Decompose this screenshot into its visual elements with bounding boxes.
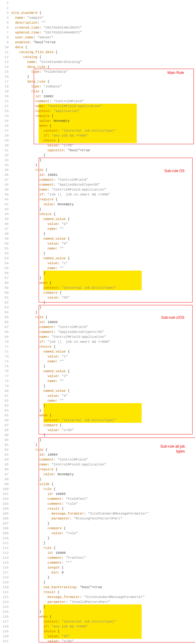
line-number: 14 bbox=[0, 64, 9, 69]
code-line: id: 10002 bbox=[11, 94, 195, 99]
line-number: 38 bbox=[0, 182, 9, 187]
line-number: 123 bbox=[0, 600, 9, 604]
code-line: context: "{external Job.EntityType}" bbox=[11, 128, 195, 133]
line-number: 86 bbox=[0, 418, 9, 423]
line-number: 117 bbox=[0, 570, 9, 575]
line-number: 106 bbox=[0, 516, 9, 521]
code-line: comment: "ControlMField" bbox=[11, 457, 195, 462]
line-number: 55 bbox=[0, 266, 9, 271]
code-line: } bbox=[11, 433, 195, 438]
code-line: } bbox=[11, 384, 195, 388]
code-line: parameter: "InvalidPatternPart" bbox=[11, 600, 195, 604]
line-number: 71 bbox=[0, 344, 9, 349]
code-line: id: 10004 bbox=[11, 452, 195, 457]
code-line: } bbox=[11, 310, 195, 315]
code-line: value: "1" bbox=[11, 354, 195, 359]
line-number: 40 bbox=[0, 192, 9, 197]
code-line: min: 0 bbox=[11, 570, 195, 575]
code-line: } bbox=[11, 305, 195, 310]
line-number: 42 bbox=[0, 202, 9, 207]
code-line: } bbox=[11, 74, 195, 79]
code-line: value: Nonempty bbox=[11, 472, 195, 477]
line-number: 99 bbox=[0, 482, 9, 487]
line-number: 109 bbox=[0, 531, 9, 536]
code-line: named_value { bbox=[11, 217, 195, 222]
code-line: named_value { bbox=[11, 388, 195, 393]
line-number: 96 bbox=[0, 467, 9, 472]
line-number: 47 bbox=[0, 226, 9, 231]
line-number: 115 bbox=[0, 560, 9, 565]
line-number-gutter: 1234567891011121314151617181920212223242… bbox=[0, 0, 11, 644]
line-number: 93 bbox=[0, 452, 9, 457]
line-number: 44 bbox=[0, 212, 9, 217]
code-line: description: "" bbox=[11, 20, 195, 25]
line-number: 37 bbox=[0, 177, 9, 182]
line-number: 11 bbox=[0, 50, 9, 55]
line-number: 41 bbox=[0, 197, 9, 202]
line-number: 23 bbox=[0, 109, 9, 114]
code-line: } bbox=[11, 163, 195, 168]
code-line: name: "" bbox=[11, 246, 195, 251]
line-number: 118 bbox=[0, 575, 9, 580]
code-line: } bbox=[11, 580, 195, 585]
line-number: 124 bbox=[0, 604, 9, 609]
line-number: 64 bbox=[0, 310, 9, 315]
line-number: 18 bbox=[0, 84, 9, 89]
code-line: } bbox=[11, 604, 195, 609]
code-line: choice { bbox=[11, 344, 195, 349]
line-number: 22 bbox=[0, 104, 9, 109]
code-line: user_name: "emuser" bbox=[11, 35, 195, 40]
code-line: name: "sample" bbox=[11, 15, 195, 20]
code-line: value: Nonempty bbox=[11, 118, 195, 123]
code-line: name: "ControlMField:application" bbox=[11, 334, 195, 339]
code-line: value: "z/OS" bbox=[11, 143, 195, 148]
line-number: 56 bbox=[0, 271, 9, 276]
line-number: 85 bbox=[0, 413, 9, 418]
line-number: 112 bbox=[0, 546, 9, 550]
line-number: 34 bbox=[0, 163, 9, 168]
line-number: 69 bbox=[0, 334, 9, 339]
code-line: require { bbox=[11, 467, 195, 472]
code-line: when { bbox=[11, 614, 195, 619]
line-number: 80 bbox=[0, 388, 9, 393]
code-line: name: "ControlMField:application" bbox=[11, 187, 195, 192]
code-line: compare { bbox=[11, 423, 195, 428]
code-line: type: "JobData" bbox=[11, 84, 195, 89]
code-line: value: Nonempty bbox=[11, 202, 195, 207]
line-number: 81 bbox=[0, 393, 9, 398]
line-number: 82 bbox=[0, 398, 9, 403]
line-number: 20 bbox=[0, 94, 9, 99]
line-number: 63 bbox=[0, 305, 9, 310]
code-line: } bbox=[11, 271, 195, 276]
code-line: name: "" bbox=[11, 379, 195, 384]
code-line: } bbox=[11, 403, 195, 408]
code-line: context: "{external Job.EntityType}" bbox=[11, 418, 195, 423]
code-line: } bbox=[11, 521, 195, 526]
code-line: value: "OS" bbox=[11, 295, 195, 300]
line-number: 94 bbox=[0, 457, 9, 462]
line-number: 100 bbox=[0, 487, 9, 492]
line-number: 95 bbox=[0, 462, 9, 467]
line-number: 83 bbox=[0, 403, 9, 408]
code-line: result { bbox=[11, 590, 195, 595]
code-line: use_backtracking: "bool">true bbox=[11, 585, 195, 590]
code-line: name: "ControlMField:application" bbox=[11, 462, 195, 467]
code-line: require { bbox=[11, 197, 195, 202]
code-line: } bbox=[11, 477, 195, 482]
line-number: 113 bbox=[0, 550, 9, 555]
line-number: 88 bbox=[0, 428, 9, 433]
code-line: rule { bbox=[11, 89, 195, 94]
line-number: 120 bbox=[0, 585, 9, 590]
code-line: id: 10006 bbox=[11, 550, 195, 555]
code-line: if: "any-job && >=800" bbox=[11, 624, 195, 629]
line-number: 21 bbox=[0, 99, 9, 104]
line-number: 128 bbox=[0, 624, 9, 629]
line-number: 105 bbox=[0, 511, 9, 516]
code-line: opposite: "bool">true bbox=[11, 148, 195, 153]
code-line: message_formater: "SiteStandardMessageFo… bbox=[11, 595, 195, 600]
line-number: 111 bbox=[0, 541, 9, 546]
line-number: 24 bbox=[0, 114, 9, 118]
line-number: 39 bbox=[0, 187, 9, 192]
line-number: 97 bbox=[0, 472, 9, 477]
line-number: 43 bbox=[0, 207, 9, 212]
